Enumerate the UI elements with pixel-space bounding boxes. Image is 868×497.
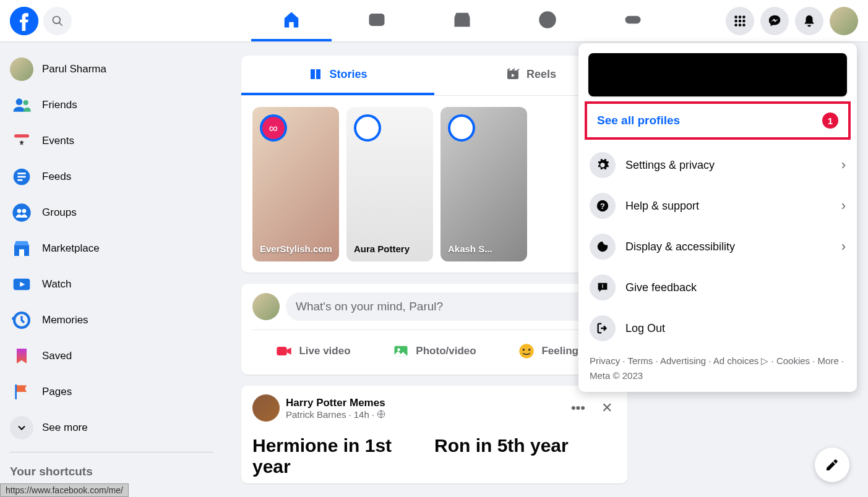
svg-point-40 xyxy=(523,349,525,351)
sidebar-see-more[interactable]: See more xyxy=(5,410,218,446)
feeds-icon xyxy=(10,165,33,189)
post-subline: Patrick Barnes · 14h · xyxy=(286,409,561,420)
story-card[interactable]: Aura Pottery xyxy=(346,107,433,261)
sidebar-label: Memories xyxy=(42,314,88,326)
menu-label: Help & support xyxy=(625,200,831,213)
composer-input[interactable]: What's on your mind, Parul? xyxy=(286,292,616,321)
menu-label: Settings & privacy xyxy=(625,159,831,172)
sidebar-groups[interactable]: Groups xyxy=(5,195,218,231)
sidebar-friends[interactable]: Friends xyxy=(5,87,218,123)
moon-icon xyxy=(590,234,616,260)
menu-display-accessibility[interactable]: Display & accessibility › xyxy=(585,226,851,267)
post-header: Harry Potter Memes Patrick Barnes · 14h … xyxy=(241,394,627,429)
chevron-down-icon xyxy=(10,416,33,440)
sidebar-watch[interactable]: Watch xyxy=(5,266,218,302)
sidebar-marketplace[interactable]: Marketplace xyxy=(5,231,218,266)
nav-home[interactable] xyxy=(251,0,332,41)
post-meta: Harry Potter Memes Patrick Barnes · 14h … xyxy=(286,397,561,420)
sidebar-label: Marketplace xyxy=(42,242,100,255)
nav-groups[interactable] xyxy=(507,0,588,41)
svg-rect-21 xyxy=(14,134,29,137)
shortcuts-heading: Your shortcuts xyxy=(5,459,218,485)
search-button[interactable] xyxy=(43,7,72,35)
see-all-profiles[interactable]: See all profiles 1 xyxy=(585,101,851,140)
post-byline-name[interactable]: Patrick Barnes xyxy=(286,409,346,420)
facebook-logo[interactable] xyxy=(10,7,38,35)
tab-stories[interactable]: Stories xyxy=(241,56,434,95)
svg-point-41 xyxy=(528,349,531,351)
svg-text:?: ? xyxy=(600,202,605,211)
menu-label: Give feedback xyxy=(625,281,846,294)
post-time: 14h xyxy=(354,409,369,420)
svg-line-2 xyxy=(59,22,62,25)
menu-give-feedback[interactable]: ! Give feedback xyxy=(585,267,851,308)
svg-point-15 xyxy=(742,19,746,22)
footer-more[interactable]: More xyxy=(818,355,839,366)
post-more-icon[interactable]: ••• xyxy=(567,396,589,420)
post-avatar[interactable] xyxy=(252,394,280,422)
story-avatar: ∞ xyxy=(260,114,287,142)
header-nav xyxy=(226,0,697,41)
nav-watch[interactable] xyxy=(337,0,417,41)
sidebar-pages[interactable]: Pages xyxy=(5,374,218,410)
svg-rect-7 xyxy=(625,17,640,23)
svg-point-27 xyxy=(12,203,30,221)
post-author[interactable]: Harry Potter Memes xyxy=(286,397,561,409)
svg-text:!: ! xyxy=(601,283,603,289)
footer-cookies[interactable]: Cookies xyxy=(776,355,810,366)
header-right xyxy=(697,7,858,35)
footer-advertising[interactable]: Advertising xyxy=(660,355,706,366)
svg-rect-24 xyxy=(17,172,25,174)
menu-icon[interactable] xyxy=(726,7,754,35)
globe-icon xyxy=(377,410,385,418)
sidebar-label: See more xyxy=(42,422,88,434)
menu-settings-privacy[interactable]: Settings & privacy › xyxy=(585,145,851,185)
svg-point-4 xyxy=(539,12,555,27)
feedback-icon: ! xyxy=(590,274,616,300)
memories-icon xyxy=(10,308,33,332)
sidebar-saved[interactable]: Saved xyxy=(5,338,218,374)
svg-point-28 xyxy=(17,209,22,213)
story-card[interactable]: Akash S... xyxy=(440,107,527,261)
story-label: Akash S... xyxy=(448,244,520,254)
groups-icon xyxy=(10,201,33,224)
main-feed: Stories Reels ∞ EverStylish.com Aura Pot… xyxy=(241,56,627,483)
watch-icon xyxy=(10,273,33,296)
profile-box-redacted[interactable] xyxy=(588,53,847,96)
svg-point-29 xyxy=(22,209,27,213)
sidebar-profile[interactable]: Parul Sharma xyxy=(5,51,218,87)
story-avatar xyxy=(354,114,381,142)
sidebar-feeds[interactable]: Feeds xyxy=(5,159,218,195)
footer-privacy[interactable]: Privacy xyxy=(590,355,620,366)
nav-gaming[interactable] xyxy=(593,0,673,41)
composer-photo-video[interactable]: Photo/video xyxy=(374,336,495,366)
left-sidebar: Parul Sharma Friends Events Feeds Groups… xyxy=(0,41,223,495)
footer-ad-choices[interactable]: Ad choices xyxy=(713,355,758,366)
notifications-icon[interactable] xyxy=(795,7,823,35)
sidebar-label: Groups xyxy=(42,206,77,219)
account-avatar[interactable] xyxy=(830,7,858,35)
menu-help-support[interactable]: ? Help & support › xyxy=(585,185,851,226)
messenger-icon[interactable] xyxy=(760,7,789,35)
sidebar-events[interactable]: Events xyxy=(5,123,218,159)
menu-log-out[interactable]: Log Out xyxy=(585,308,851,349)
nav-marketplace[interactable] xyxy=(422,0,502,41)
composer-live-video[interactable]: Live video xyxy=(252,336,374,366)
pages-icon xyxy=(10,380,33,404)
svg-rect-31 xyxy=(19,249,24,256)
svg-point-8 xyxy=(629,19,630,20)
svg-point-11 xyxy=(739,15,742,19)
footer-terms[interactable]: Terms xyxy=(627,355,653,366)
divider xyxy=(10,452,213,452)
edit-fab[interactable] xyxy=(815,448,849,482)
sidebar-memories[interactable]: Memories xyxy=(5,302,218,338)
story-card[interactable]: ∞ EverStylish.com xyxy=(252,107,339,261)
avatar xyxy=(10,57,33,81)
post-close-icon[interactable]: ✕ xyxy=(598,396,616,420)
avatar[interactable] xyxy=(252,293,280,320)
svg-point-18 xyxy=(742,23,746,27)
svg-point-38 xyxy=(398,348,401,351)
post-top-actions: ••• ✕ xyxy=(567,396,616,420)
stories-card: Stories Reels ∞ EverStylish.com Aura Pot… xyxy=(241,56,627,273)
marketplace-icon xyxy=(10,237,33,260)
